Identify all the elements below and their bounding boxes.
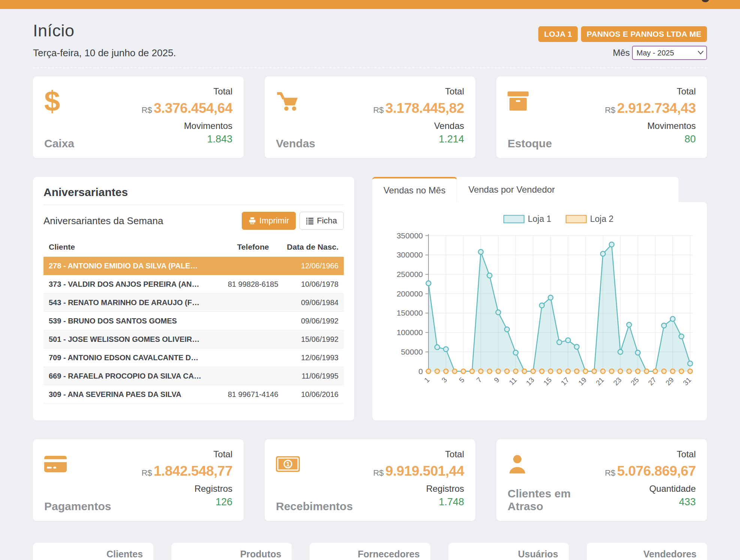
svg-text:250000: 250000 [397, 270, 423, 279]
svg-text:7: 7 [475, 376, 483, 384]
table-row[interactable]: 539 - BRUNO DOS SANTOS GOMES 09/06/1992 [43, 312, 344, 330]
card-label: Clientes em Atraso [508, 487, 605, 513]
svg-text:0: 0 [418, 367, 423, 376]
page-title: Início [33, 21, 75, 40]
sales-month-chart: 0500001000001500002000002500003000003500… [372, 202, 707, 421]
svg-text:27: 27 [647, 376, 658, 387]
partial-cards-row: Clientes Produtos Fornecedores Usuários … [33, 543, 707, 560]
date-row: Terça-feira, 10 de junho de 2025. Mês Ma… [33, 46, 707, 60]
card-label: Estoque [508, 137, 552, 150]
card-label: Caixa [44, 137, 74, 150]
ficha-button[interactable]: Ficha [300, 212, 344, 230]
total-amount: R$ 3.376.454,64 [141, 100, 232, 116]
svg-text:Loja 2: Loja 2 [590, 214, 614, 224]
table-row[interactable]: 309 - ANA SEVERINA PAES DA SILVA 81 9967… [43, 385, 344, 404]
svg-text:19: 19 [577, 376, 588, 387]
card-pagamentos: Pagamentos Total R$ 1.842.548,77 Registr… [33, 439, 244, 521]
svg-text:1: 1 [286, 461, 290, 467]
tab-vendas-no-mes[interactable]: Vendas no Mês [372, 177, 457, 202]
svg-text:5: 5 [458, 376, 466, 384]
table-row[interactable]: 278 - ANTONIO EMIDIO DA SILVA (PALE… 12/… [43, 257, 344, 275]
banknote-icon: 1 [276, 449, 353, 479]
table-row[interactable]: 501 - JOSE WELISSON GOMES OLIVEIR… 15/06… [43, 330, 344, 349]
total-label: Total [677, 449, 696, 460]
svg-text:200000: 200000 [397, 289, 423, 298]
table-row[interactable]: 709 - ANTONIO EDSON CAVALCANTE D… 12/06/… [43, 349, 344, 367]
current-date: Terça-feira, 10 de junho de 2025. [33, 47, 176, 59]
card-produtos-partial: Produtos [171, 543, 292, 560]
divider [43, 205, 344, 205]
user-avatar-partial-icon[interactable] [702, 0, 709, 2]
sales-chart-panel: Vendas no Mês Vendas por Vendedor 050000… [372, 177, 707, 421]
birthdays-panel: Aniversariantes Aniversariantes da Seman… [33, 177, 354, 421]
total-label: Total [445, 449, 464, 460]
person-icon [508, 449, 605, 479]
total-amount: R$ 2.912.734,43 [605, 100, 696, 116]
total-amount: R$ 9.919.501,44 [373, 463, 464, 479]
svg-text:100000: 100000 [397, 328, 423, 337]
card-fornecedores-partial: Fornecedores [310, 543, 430, 560]
card-vendedores-partial: Vendedores [587, 543, 707, 560]
storage-box-icon [508, 86, 552, 116]
svg-text:150000: 150000 [397, 308, 423, 317]
tab-vendas-por-vendedor[interactable]: Vendas por Vendedor [457, 177, 566, 202]
dashboard-page: Início LOJA 1 PANNOS E PANNOS LTDA ME Te… [0, 21, 740, 560]
birthdays-subtitle: Aniversariantes da Semana [43, 215, 163, 227]
tabs-filler [566, 177, 679, 202]
card-recebimentos: 1 Recebimentos Total R$ 9.919.501,44 Reg… [265, 439, 475, 521]
card-vendas: Vendas Total R$ 3.178.445,82 Vendas 1.21… [265, 76, 475, 158]
svg-text:Loja 1: Loja 1 [528, 214, 551, 224]
company-badge[interactable]: PANNOS E PANNOS LTDA ME [581, 26, 707, 42]
count-value: 1.748 [439, 496, 464, 508]
table-row[interactable]: 669 - RAFAELA PROCOPIO DA SILVA CA… 11/0… [43, 367, 344, 385]
total-amount: R$ 3.178.445,82 [373, 100, 464, 116]
card-label: Pagamentos [44, 500, 111, 513]
chart-tabs: Vendas no Mês Vendas por Vendedor [372, 177, 707, 202]
card-usuarios-partial: Usuários [448, 543, 569, 560]
table-row[interactable]: 543 - RENATO MARINHO DE ARAUJO (F… 09/06… [43, 293, 344, 312]
summary-cards-bottom: Pagamentos Total R$ 1.842.548,77 Registr… [33, 439, 707, 521]
svg-text:300000: 300000 [397, 250, 423, 259]
count-label: Movimentos [184, 121, 232, 131]
card-clientes-partial: Clientes [33, 543, 153, 560]
card-label: Vendas [276, 137, 315, 150]
count-value: 433 [679, 496, 696, 508]
svg-text:1: 1 [422, 376, 431, 384]
summary-cards-top: $ Caixa Total R$ 3.376.454,64 Movimentos… [33, 76, 707, 158]
svg-text:29: 29 [664, 376, 675, 387]
svg-text:350000: 350000 [397, 231, 423, 240]
count-label: Vendas [434, 121, 464, 131]
card-caixa: $ Caixa Total R$ 3.376.454,64 Movimentos… [33, 76, 244, 158]
top-navigation-bar [0, 0, 740, 9]
dashed-separator [33, 67, 707, 68]
count-value: 1.214 [439, 133, 464, 145]
svg-text:15: 15 [542, 376, 553, 387]
svg-text:11: 11 [508, 376, 518, 386]
svg-text:9: 9 [493, 376, 501, 384]
count-value: 126 [216, 496, 232, 508]
print-button[interactable]: Imprimir [242, 212, 296, 230]
svg-text:3: 3 [440, 376, 448, 384]
svg-text:25: 25 [629, 376, 640, 387]
shopping-cart-icon [276, 86, 315, 116]
count-label: Registros [195, 484, 232, 494]
count-label: Registros [426, 484, 464, 494]
list-icon [306, 217, 313, 225]
card-clientes-em-atraso: Clientes em Atraso Total R$ 5.076.869,67… [496, 439, 707, 521]
table-row[interactable]: 373 - VALDIR DOS ANJOS PEREIRA (AN… 81 9… [43, 275, 344, 293]
month-select[interactable]: May - 2025 [632, 46, 707, 60]
credit-card-icon [44, 449, 111, 479]
dollar-icon: $ [44, 86, 74, 116]
total-label: Total [677, 86, 696, 97]
svg-text:50000: 50000 [401, 347, 423, 356]
store-badge[interactable]: LOJA 1 [538, 26, 578, 42]
month-picker: Mês May - 2025 [613, 46, 707, 60]
card-label: Recebimentos [276, 500, 353, 513]
printer-icon [249, 217, 256, 225]
month-label: Mês [613, 48, 630, 58]
svg-text:23: 23 [612, 376, 623, 387]
total-label: Total [213, 86, 232, 97]
count-value: 1.843 [207, 133, 232, 145]
count-label: Movimentos [647, 121, 696, 131]
middle-panels: Aniversariantes Aniversariantes da Seman… [33, 177, 707, 421]
